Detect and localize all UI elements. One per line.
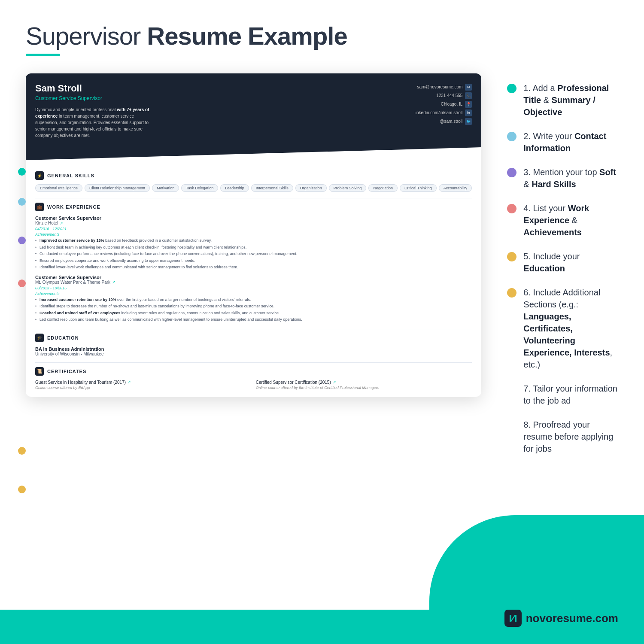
logo-area: novoresume.com	[504, 610, 618, 627]
tip-dot-4	[507, 204, 516, 213]
page-title: Supervisor Resume Example	[26, 21, 618, 50]
achievement-item: Led conflict resolution and team buildin…	[35, 317, 472, 323]
education-icon: 🎓	[35, 334, 44, 342]
certificate-1: Guest Service in Hospitality and Tourism…	[35, 380, 252, 390]
achievement-item: Identified steps to decrease the number …	[35, 304, 472, 310]
logo-text: novoresume.com	[526, 612, 618, 625]
certificates-grid: Guest Service in Hospitality and Tourism…	[35, 380, 472, 390]
tip-text-1: 1. Add a Professional Title & Summary / …	[523, 82, 618, 118]
job-company-1: Kinzie Hotel ↗	[35, 221, 472, 225]
tip-dot-3	[507, 168, 516, 177]
skill-tag: Task Delegation	[181, 184, 218, 192]
skill-tag: Problem Solving	[329, 184, 367, 192]
dot-3	[18, 237, 26, 244]
achievement-item: Identified lower-level work challenges a…	[35, 264, 472, 270]
tip-dot-7	[507, 384, 516, 394]
tip-dot-5	[507, 252, 516, 261]
achievement-item: Ensured employees cooperate and work eff…	[35, 258, 472, 264]
achievements-label-2: Achievements	[35, 292, 472, 296]
skills-section-heading: ⚡ GENERAL SKILLS	[35, 167, 472, 180]
tip-1: 1. Add a Professional Title & Summary / …	[507, 82, 618, 118]
tip-dot-6	[507, 288, 516, 298]
resume-contact: sam@novoresume.com✉ 1231 444 555📞 Chicag…	[415, 83, 472, 126]
linkedin-icon: in	[465, 109, 472, 116]
edu-school: University of Wisconsin - Milwaukee	[35, 352, 472, 356]
job-company-2: Mt. Olympus Water Park & Theme Park ↗	[35, 280, 472, 285]
tip-text-4: 4. List your Work Experience & Achieveme…	[523, 202, 618, 238]
location-icon: 📍	[465, 101, 472, 108]
dot-1	[18, 168, 26, 176]
certificate-2: Certified Supervisor Certification (2015…	[256, 380, 472, 390]
job-dates-2: 03/2013 - 10/2015	[35, 286, 472, 290]
resume-body: ⚡ GENERAL SKILLS Emotional Intelligence …	[26, 160, 481, 397]
certificates-heading: 📜 CERTIFICATES	[35, 362, 472, 376]
achievement-item: Increased customer retention rate by 10%…	[35, 297, 472, 303]
dot-2	[18, 198, 26, 206]
work-icon: 💼	[35, 203, 44, 211]
tip-text-5: 5. Include your Education	[523, 250, 618, 274]
tip-2: 2. Write your Contact Information	[507, 130, 618, 154]
job-title-2: Customer Service Supervisor	[35, 275, 472, 280]
achievement-item: Improved customer service by 15% based o…	[35, 238, 472, 244]
tips-panel: 1. Add a Professional Title & Summary / …	[507, 73, 618, 467]
resume-job-title: Customer Service Supervisor	[35, 95, 155, 101]
resume-preview: Sam Stroll Customer Service Supervisor D…	[26, 73, 481, 397]
twitter-icon: 🐦	[465, 118, 472, 125]
job-dates-1: 04/2016 - 12/2021	[35, 227, 472, 231]
header-triangle	[26, 147, 481, 160]
skill-tag: Client Relationship Management	[85, 184, 150, 192]
tip-dot-2	[507, 132, 516, 141]
tip-8: 8. Proofread your resume before applying…	[507, 419, 618, 455]
skill-tag: Leadership	[220, 184, 249, 192]
tip-text-8: 8. Proofread your resume before applying…	[523, 419, 618, 455]
tip-text-6: 6. Include Additional Sections (e.g.: La…	[523, 286, 618, 371]
dot-4	[18, 279, 26, 287]
tip-dot-8	[507, 420, 516, 430]
dot-5	[18, 447, 26, 455]
achievement-item: Coached and trained staff of 20+ employe…	[35, 310, 472, 316]
tip-3: 3. Mention your top Soft & Hard Skills	[507, 166, 618, 190]
skill-tag: Motivation	[152, 184, 179, 192]
tip-dot-1	[507, 84, 516, 93]
achievement-item: Led front desk team in achieving key out…	[35, 245, 472, 251]
job-title-1: Customer Service Supervisor	[35, 216, 472, 221]
skill-tag: Organization	[295, 184, 327, 192]
phone-icon: 📞	[465, 92, 472, 99]
resume-summary: Dynamic and people-oriented professional…	[35, 106, 155, 147]
achievements-label-1: Achievements	[35, 232, 472, 237]
skills-icon: ⚡	[35, 171, 44, 180]
logo-icon	[504, 610, 522, 627]
education-heading: 🎓 EDUCATION	[35, 329, 472, 342]
tip-7: 7. Tailor your information to the job ad	[507, 383, 618, 407]
edu-degree: BA in Business Administration	[35, 346, 472, 352]
tip-6: 6. Include Additional Sections (e.g.: La…	[507, 286, 618, 371]
skill-tag: Critical Thinking	[400, 184, 437, 192]
achievement-item: Conducted employee performance reviews (…	[35, 251, 472, 257]
resume-name: Sam Stroll	[35, 83, 155, 94]
skill-tag: Accountability	[439, 184, 472, 192]
email-icon: ✉	[465, 84, 472, 91]
tip-text-3: 3. Mention your top Soft & Hard Skills	[523, 166, 618, 190]
skill-tag: Negotiation	[368, 184, 398, 192]
work-experience-heading: 💼 WORK EXPERIENCE	[35, 198, 472, 211]
tip-4: 4. List your Work Experience & Achieveme…	[507, 202, 618, 238]
tip-5: 5. Include your Education	[507, 250, 618, 274]
dot-6	[18, 486, 26, 493]
resume-header: Sam Stroll Customer Service Supervisor D…	[26, 73, 481, 147]
skills-tags: Emotional Intelligence Client Relationsh…	[35, 184, 472, 192]
tip-text-2: 2. Write your Contact Information	[523, 130, 618, 154]
skill-tag: Interpersonal Skills	[251, 184, 293, 192]
skill-tag: Emotional Intelligence	[35, 184, 82, 192]
certificates-icon: 📜	[35, 367, 44, 376]
tip-text-7: 7. Tailor your information to the job ad	[523, 383, 618, 407]
title-underline	[26, 54, 60, 56]
